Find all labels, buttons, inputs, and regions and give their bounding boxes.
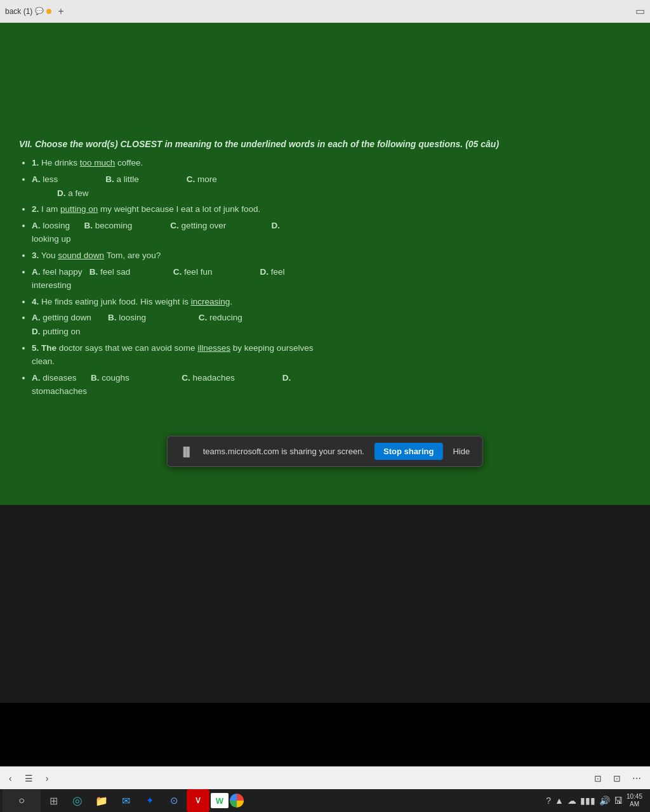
list-item: A. diseases B. coughs C. headaches D. st… (32, 371, 631, 398)
underlined-word: illnesses (197, 343, 230, 353)
taskbar-mail[interactable]: ✉ (114, 789, 137, 812)
hide-button[interactable]: Hide (453, 447, 470, 456)
new-tab-button[interactable]: + (58, 6, 63, 17)
question-number: 5. (32, 343, 39, 353)
nav-list-button[interactable]: ☰ (21, 772, 37, 785)
underlined-word: sound down (58, 251, 104, 260)
answer-c: C. (173, 267, 182, 277)
taskbar-files[interactable]: 📁 (90, 789, 113, 812)
question-number: 1. (32, 158, 39, 167)
answer-d: D. (271, 221, 280, 230)
taskbar: ○ ⊞ ◎ 📁 ✉ ✦ ⊙ V W ? ▲ ☁ ▮▮▮ 🔊 🖫 10:45AM (0, 789, 650, 812)
answer-a: A. (32, 174, 41, 184)
question-list: 1. He drinks too much coffee. A. less B.… (19, 156, 631, 398)
answer-b: B. (90, 267, 98, 277)
sharing-message: teams.microsoft.com is sharing your scre… (203, 447, 364, 456)
list-item: 5. The doctor says that we can avoid som… (32, 341, 631, 369)
taskbar-keyboard-icon[interactable]: 🖫 (614, 796, 623, 806)
answer-b: B. (84, 221, 93, 230)
answer-a: A. (32, 221, 41, 230)
taskbar-right-area: ? ▲ ☁ ▮▮▮ 🔊 🖫 10:45AM (546, 793, 647, 808)
browser-bottom-nav: ‹ ☰ › ⊡ ⊡ ⋯ (0, 766, 650, 789)
nav-forward-button[interactable]: › (42, 772, 53, 785)
taskbar-search[interactable]: ⊞ (42, 789, 65, 812)
taskbar-teams[interactable]: ⊙ (162, 789, 185, 812)
nav-back-button[interactable]: ‹ (5, 772, 16, 785)
start-button[interactable]: ○ (10, 789, 33, 812)
answer-b: B. (91, 373, 100, 383)
list-item: 2. I am putting on my weight because I e… (32, 202, 631, 216)
tab-label[interactable]: back (1) 💬 (5, 7, 51, 16)
nav-more-button[interactable]: ⋯ (628, 772, 645, 785)
taskbar-help-icon[interactable]: ? (546, 796, 551, 806)
answer-a: A. (32, 313, 41, 322)
taskbar-cloud-icon[interactable]: ☁ (567, 796, 576, 806)
question-number: 3. (32, 251, 39, 260)
answer-a: A. (32, 267, 41, 277)
answer-a: A. (32, 373, 41, 383)
taskbar-battery-icon: ▮▮▮ (580, 796, 595, 806)
list-item: A. getting down B. loosing C. reducing D… (32, 311, 631, 338)
browser-tab-bar: back (1) 💬 + ▭ (0, 0, 650, 23)
nav-tab-overview-button[interactable]: ⊡ (590, 772, 606, 785)
taskbar-clock[interactable]: 10:45AM (627, 793, 642, 808)
taskbar-volume-icon[interactable]: 🔊 (599, 796, 610, 806)
answer-d: D. (32, 327, 41, 336)
black-gap-area (0, 703, 650, 766)
sharing-icon: ▐▌ (180, 447, 193, 457)
taskbar-chrome[interactable] (230, 794, 244, 808)
answer-c: C. (199, 313, 208, 322)
taskbar-start-area: ○ (3, 789, 41, 812)
list-item: 4. He finds eating junk food. His weight… (32, 295, 631, 309)
list-item: A. loosing B. becoming C. getting over D… (32, 219, 631, 246)
answer-c: C. (182, 373, 190, 383)
taskbar-edge[interactable]: ◎ (66, 789, 89, 812)
list-item: 3. You sound down Tom, are you? (32, 249, 631, 263)
taskbar-dropbox[interactable]: ✦ (138, 789, 161, 812)
window-control[interactable]: ▭ (635, 5, 645, 17)
list-item: A. less B. a little C. more D. a few (32, 173, 631, 200)
taskbar-vpn[interactable]: V (187, 789, 209, 812)
question-number: 4. (32, 297, 39, 306)
tab-notification-dot (46, 9, 51, 14)
document-content: VII. Choose the word(s) CLOSEST in meani… (19, 36, 631, 398)
nav-share-button[interactable]: ⊡ (609, 772, 625, 785)
answer-c: C. (170, 221, 179, 230)
section-title: VII. Choose the word(s) CLOSEST in meani… (19, 137, 631, 151)
stop-sharing-button[interactable]: Stop sharing (375, 443, 442, 460)
tab-chat-icon: 💬 (35, 7, 44, 15)
underlined-word: increasing (191, 297, 230, 306)
answer-d: D. (282, 373, 291, 383)
underlined-word: too much (80, 158, 116, 167)
answer-b: B. (105, 174, 114, 184)
answer-d: D. (57, 188, 66, 198)
tab-text: back (1) (5, 7, 32, 16)
taskbar-chevron-icon[interactable]: ▲ (555, 796, 564, 806)
list-item: 1. He drinks too much coffee. (32, 156, 631, 170)
taskbar-word[interactable]: W (211, 793, 229, 808)
list-item: A. feel happy B. feel sad C. feel fun D.… (32, 265, 631, 292)
answer-b: B. (108, 313, 117, 322)
sharing-notification-bar: ▐▌ teams.microsoft.com is sharing your s… (167, 436, 483, 467)
underlined-word: putting on (60, 204, 98, 214)
answer-d: D. (260, 267, 269, 277)
document-area: VII. Choose the word(s) CLOSEST in meani… (0, 23, 650, 505)
q5-the: The (41, 343, 56, 353)
question-number: 2. (32, 204, 39, 214)
answer-c: C. (187, 174, 196, 184)
